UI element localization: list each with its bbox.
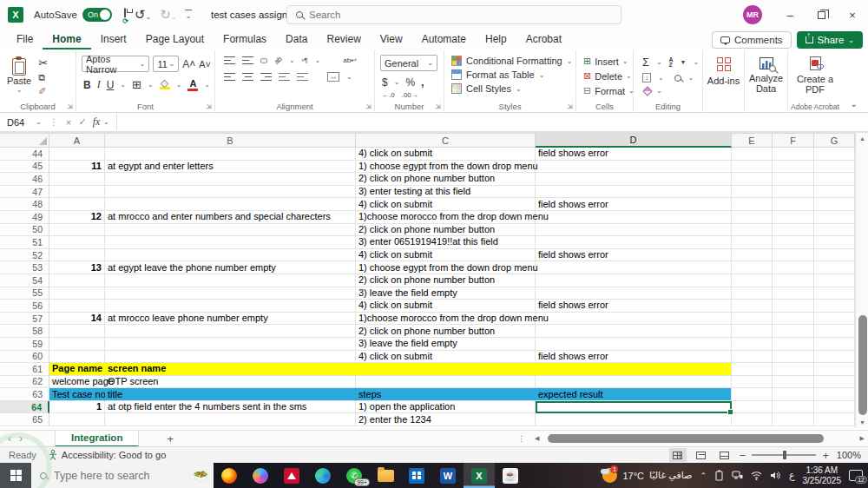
- ribbon-tab-help[interactable]: Help: [476, 30, 516, 49]
- page-break-view-button[interactable]: [716, 448, 733, 462]
- cell-C49[interactable]: 1)choose morocco from the drop down menu: [356, 211, 536, 224]
- zoom-in-button[interactable]: +: [822, 449, 829, 462]
- cell-F59[interactable]: [773, 338, 814, 351]
- cell-C48[interactable]: 4) click on submit: [356, 198, 536, 211]
- cell-D61[interactable]: [536, 363, 732, 376]
- cell-G55[interactable]: [814, 287, 855, 300]
- redo-button[interactable]: ↻⌄: [160, 7, 176, 23]
- cell-A55[interactable]: [49, 287, 105, 300]
- formula-input[interactable]: [116, 114, 863, 130]
- cell-C61[interactable]: [356, 363, 536, 376]
- speaker-icon[interactable]: [770, 471, 781, 480]
- cell-F51[interactable]: [773, 236, 814, 249]
- cell-B58[interactable]: [105, 325, 356, 338]
- save-button[interactable]: [124, 9, 126, 21]
- column-header-D[interactable]: D: [536, 133, 732, 148]
- cell-B44[interactable]: [105, 148, 356, 161]
- increase-decimal-icon[interactable]: ←.0: [382, 91, 395, 99]
- cell-D48[interactable]: field shows error: [536, 198, 732, 211]
- cell-E46[interactable]: [732, 173, 773, 186]
- cell-G56[interactable]: [814, 300, 855, 313]
- weather-widget[interactable]: 1 17°C صافي غالبًا: [602, 468, 692, 483]
- cell-G64[interactable]: [814, 401, 855, 414]
- cell-G50[interactable]: [814, 224, 855, 237]
- column-header-F[interactable]: F: [773, 133, 814, 148]
- cell-C60[interactable]: 4) click on submit: [356, 351, 536, 364]
- cell-A58[interactable]: [49, 325, 105, 338]
- horizontal-scroll-track[interactable]: [542, 433, 856, 444]
- cell-F64[interactable]: [773, 401, 814, 414]
- cell-F65[interactable]: [773, 413, 814, 426]
- cell-C52[interactable]: 4) click on submit: [356, 249, 536, 262]
- cell-E52[interactable]: [732, 249, 773, 262]
- cell-C54[interactable]: 2) click on phone number button: [356, 274, 536, 287]
- cell-G52[interactable]: [814, 249, 855, 262]
- cell-B60[interactable]: [105, 351, 356, 364]
- cell-G47[interactable]: [814, 186, 855, 199]
- cell-E62[interactable]: [732, 376, 773, 389]
- cell-B49[interactable]: at mrocco and enter numbers and special …: [105, 211, 356, 224]
- cell-C44[interactable]: 4) click on submit: [356, 148, 536, 161]
- sort-filter-icon[interactable]: AZ: [669, 57, 674, 68]
- dialog-launcher-icon[interactable]: ⇲: [365, 102, 372, 110]
- cell-B53[interactable]: at egypt leave the phone number empty: [105, 261, 356, 274]
- cell-F57[interactable]: [773, 313, 814, 326]
- cell-B65[interactable]: [105, 413, 356, 426]
- cell-A48[interactable]: [49, 198, 105, 211]
- cell-E60[interactable]: [732, 351, 773, 364]
- cut-icon[interactable]: ✂: [38, 56, 48, 69]
- row-header-44[interactable]: 44: [0, 148, 49, 161]
- create-pdf-button[interactable]: Create a PDF: [788, 50, 842, 95]
- cell-F58[interactable]: [773, 325, 814, 338]
- cell-C59[interactable]: 3) leave the field empty: [356, 338, 536, 351]
- cell-G58[interactable]: [814, 325, 855, 338]
- add-sheet-button[interactable]: +: [167, 432, 174, 445]
- cell-C46[interactable]: 2) click on phone number button: [356, 173, 536, 186]
- sheet-prev-icon[interactable]: ‹: [0, 432, 19, 445]
- taskbar-word[interactable]: W: [432, 463, 464, 488]
- cell-E50[interactable]: [732, 224, 773, 237]
- italic-button[interactable]: I: [97, 78, 101, 91]
- cell-E47[interactable]: [732, 186, 773, 199]
- cell-D63[interactable]: expected result: [536, 388, 732, 401]
- autosum-icon[interactable]: Σ: [642, 56, 649, 69]
- cell-E55[interactable]: [732, 287, 773, 300]
- minimize-button[interactable]: –: [774, 0, 806, 30]
- cell-E61[interactable]: [732, 363, 773, 376]
- row-header-58[interactable]: 58: [0, 325, 49, 338]
- ribbon-tab-automate[interactable]: Automate: [412, 30, 476, 49]
- fill-down-icon[interactable]: ↓: [642, 73, 651, 82]
- cell-D44[interactable]: field shows error: [536, 148, 732, 161]
- align-center-icon[interactable]: [242, 73, 253, 81]
- row-header-49[interactable]: 49: [0, 211, 49, 224]
- language-indicator[interactable]: ع: [789, 470, 795, 481]
- analyze-data-button[interactable]: Analyze Data: [745, 50, 787, 94]
- merge-center-icon[interactable]: ↔: [327, 72, 339, 82]
- ribbon-tab-view[interactable]: View: [371, 30, 412, 49]
- tab-splitter-icon[interactable]: ⋮: [517, 434, 524, 443]
- collapse-ribbon-icon[interactable]: ⌄: [851, 99, 858, 109]
- battery-icon[interactable]: [714, 470, 724, 481]
- cell-F47[interactable]: [773, 186, 814, 199]
- accessibility-status[interactable]: Accessibility: Good to go: [49, 450, 166, 460]
- ribbon-tab-review[interactable]: Review: [317, 30, 370, 49]
- zoom-slider-thumb[interactable]: [783, 451, 786, 459]
- vertical-scrollbar[interactable]: ▲ ▼: [855, 133, 868, 428]
- cell-B56[interactable]: [105, 300, 356, 313]
- row-header-53[interactable]: 53: [0, 261, 49, 274]
- ribbon-tab-formulas[interactable]: Formulas: [214, 30, 276, 49]
- insert-function-icon[interactable]: fx: [89, 115, 103, 129]
- cell-D59[interactable]: [536, 338, 732, 351]
- avatar[interactable]: MR: [743, 5, 762, 24]
- scroll-down-icon[interactable]: ▼: [856, 419, 868, 425]
- cell-D51[interactable]: [536, 236, 732, 249]
- cell-B47[interactable]: [105, 186, 356, 199]
- ribbon-tab-home[interactable]: Home: [43, 30, 90, 49]
- excel-app-icon[interactable]: X: [8, 7, 23, 23]
- cell-E44[interactable]: [732, 148, 773, 161]
- cell-G48[interactable]: [814, 198, 855, 211]
- cell-E48[interactable]: [732, 198, 773, 211]
- cell-F50[interactable]: [773, 224, 814, 237]
- cell-E56[interactable]: [732, 300, 773, 313]
- cell-F48[interactable]: [773, 198, 814, 211]
